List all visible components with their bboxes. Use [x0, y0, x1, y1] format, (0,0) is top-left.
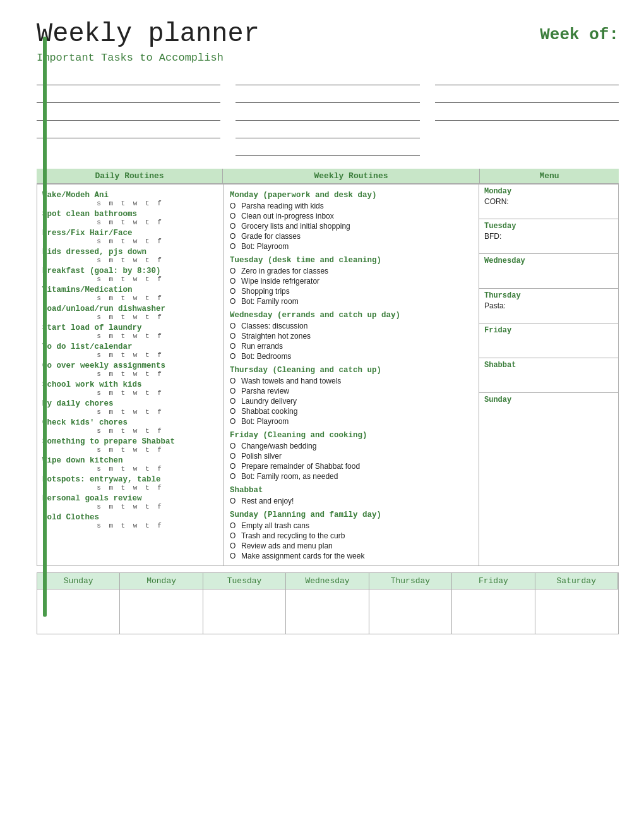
task-line[interactable] [236, 124, 419, 138]
menu-day-content[interactable] [484, 371, 613, 390]
daily-item-label: Load/unload/run dishwasher [42, 305, 218, 313]
menu-day-label: Tuesday [484, 222, 613, 231]
daily-item-label: Something to prepare Shabbat [42, 437, 218, 446]
calendar-day-cell[interactable] [203, 589, 286, 634]
task-line[interactable] [236, 71, 419, 85]
weekly-item-text: Bot: Playroom [241, 242, 289, 251]
weekly-item-text: Review ads and menu plan [241, 541, 333, 550]
weekly-item: OClasses: discussion [230, 322, 472, 330]
page-header: Weekly planner Week of: [37, 19, 619, 49]
tasks-grid [37, 71, 619, 160]
page-title: Weekly planner [37, 19, 259, 49]
weekly-item-text: Bot: Playroom [241, 417, 289, 426]
tasks-col-2 [236, 71, 419, 160]
bullet-icon: O [230, 497, 239, 505]
weekly-item-text: Wipe inside refrigerator [241, 277, 319, 286]
calendar-day-cell[interactable] [286, 589, 369, 634]
task-line[interactable] [435, 107, 619, 121]
weekly-item: OParsha reading with kids [230, 202, 472, 210]
weekly-item-text: Bot: Family room [241, 297, 299, 306]
weekly-item: OGrocery lists and initial shopping [230, 222, 472, 231]
weekly-item-text: Make assignment cards for the week [241, 552, 364, 560]
menu-day-cell: TuesdayBFD: [479, 219, 618, 254]
menu-day-content[interactable]: BFD: [484, 232, 613, 251]
weekly-item-text: Parsha reading with kids [241, 202, 324, 210]
weekly-day-header: Monday (paperwork and desk day) [230, 191, 472, 200]
tasks-col-1 [37, 71, 220, 160]
daily-item-label: Check kids' chores [42, 418, 218, 427]
daily-item-label: My daily chores [42, 399, 218, 408]
bullet-icon: O [230, 352, 239, 361]
calendar-grid: SundayMondayTuesdayWednesdayThursdayFrid… [37, 572, 619, 634]
bullet-icon: O [230, 202, 239, 210]
bullet-icon: O [230, 377, 239, 385]
calendar-day-cell[interactable] [535, 589, 618, 634]
task-line[interactable] [236, 142, 419, 156]
daily-item-label: School work with kids [42, 380, 218, 389]
bullet-icon: O [230, 277, 239, 286]
calendar-day-header: Tuesday [203, 573, 286, 589]
menu-day-content[interactable] [484, 336, 613, 355]
task-line[interactable] [236, 107, 419, 121]
task-line[interactable] [37, 107, 220, 121]
bullet-icon: O [230, 462, 239, 471]
task-line[interactable] [37, 89, 220, 103]
daily-item-label: Spot clean bathrooms [42, 210, 218, 219]
bullet-icon: O [230, 222, 239, 231]
week-of-label: Week of: [540, 25, 619, 44]
task-line[interactable] [435, 89, 619, 103]
daily-item-label: Kids dressed, pjs down [42, 248, 218, 257]
menu-day-cell: Wednesday [479, 254, 618, 289]
menu-day-content[interactable] [484, 406, 613, 425]
daily-days: s m t w t f [42, 465, 218, 473]
bullet-icon: O [230, 322, 239, 330]
weekly-item: OWash towels and hand towels [230, 377, 472, 385]
weekly-item: OBot: Playroom [230, 242, 472, 251]
weekly-item: OShabbat cooking [230, 407, 472, 416]
task-line[interactable] [236, 89, 419, 103]
calendar-day-cell[interactable] [120, 589, 203, 634]
daily-item-label: Fold Clothes [42, 513, 218, 522]
daily-days: s m t w t f [42, 522, 218, 529]
bullet-icon: O [230, 417, 239, 426]
weekly-item: OWipe inside refrigerator [230, 277, 472, 286]
menu-day-label: Wednesday [484, 257, 613, 265]
bullet-icon: O [230, 212, 239, 221]
task-line[interactable] [435, 71, 619, 85]
weekly-item: OBot: Family room [230, 297, 472, 306]
bullet-icon: O [230, 297, 239, 306]
bullet-icon: O [230, 342, 239, 351]
daily-days: s m t w t f [42, 427, 218, 435]
task-line[interactable] [37, 71, 220, 85]
daily-item-label: Dress/Fix Hair/Face [42, 229, 218, 238]
daily-item-label: Wipe down kitchen [42, 456, 218, 465]
daily-days: s m t w t f [42, 446, 218, 454]
weekly-item: OMake assignment cards for the week [230, 552, 472, 560]
weekly-item: OBot: Bedrooms [230, 352, 472, 361]
bullet-icon: O [230, 407, 239, 416]
menu-column: MondayCORN:TuesdayBFD:WednesdayThursdayP… [479, 184, 618, 565]
bullet-icon: O [230, 521, 239, 530]
menu-day-cell: ThursdayPasta: [479, 289, 618, 323]
calendar-day-header: Wednesday [286, 573, 369, 589]
task-line[interactable] [37, 124, 220, 138]
calendar-day-cell[interactable] [369, 589, 452, 634]
weekly-item-text: Change/wash bedding [241, 442, 316, 450]
menu-day-content[interactable]: Pasta: [484, 301, 613, 320]
bullet-icon: O [230, 531, 239, 540]
daily-item-label: Start load of laundry [42, 323, 218, 332]
menu-day-content[interactable]: CORN: [484, 197, 613, 216]
calendar-day-header: Thursday [369, 573, 452, 589]
weekly-item-text: Zero in grades for classes [241, 267, 328, 275]
menu-day-cell: MondayCORN: [479, 184, 618, 219]
calendar-day-cell[interactable] [452, 589, 535, 634]
weekly-item: ORun errands [230, 342, 472, 351]
menu-day-content[interactable] [484, 267, 613, 286]
menu-day-label: Monday [484, 187, 613, 196]
weekly-item: OBot: Family room, as needed [230, 472, 472, 481]
calendar-day-header: Sunday [37, 573, 120, 589]
menu-day-cell: Sunday [479, 393, 618, 427]
weekly-item-text: Bot: Bedrooms [241, 352, 291, 361]
calendar-day-cell[interactable] [37, 589, 120, 634]
daily-item-label: Breakfast (goal: by 8:30) [42, 267, 218, 275]
